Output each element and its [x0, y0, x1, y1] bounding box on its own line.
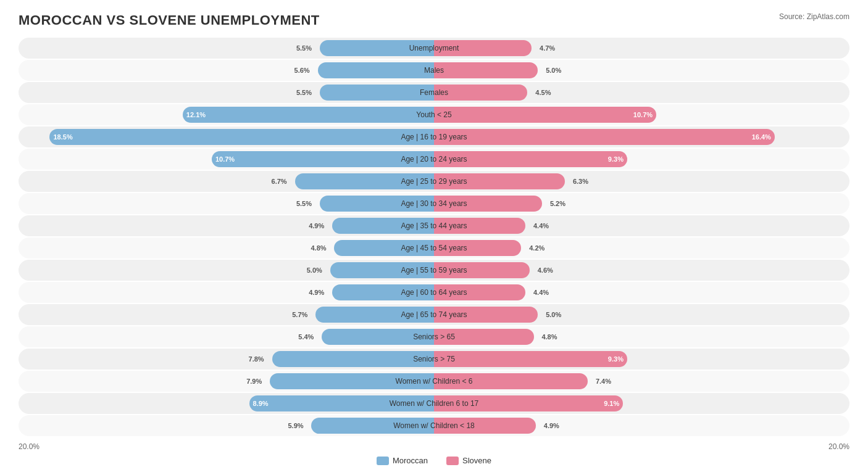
legend-slovene: Slovene — [446, 456, 491, 465]
bar-row: 12.1%10.7%Youth < 25 — [19, 104, 849, 125]
slovene-value: 10.7% — [633, 111, 653, 118]
slovene-value: 4.9% — [544, 422, 559, 429]
slovene-bar: 4.6% — [434, 262, 530, 278]
slovene-bar: 9.3% — [434, 151, 627, 167]
slovene-value: 5.0% — [546, 311, 561, 318]
chart-title: MOROCCAN VS SLOVENE UNEMPLOYMENT — [19, 12, 320, 28]
slovene-bar: 9.3% — [434, 351, 627, 367]
bar-row: 4.9%4.4%Age | 35 to 44 years — [19, 215, 849, 236]
moroccan-bar: 4.9% — [332, 218, 434, 234]
slovene-bar: 4.5% — [434, 85, 527, 101]
moroccan-bar: 5.5% — [320, 40, 434, 56]
moroccan-value: 7.8% — [249, 355, 264, 363]
slovene-bar: 4.7% — [434, 40, 532, 56]
bar-row: 18.5%16.4%Age | 16 to 19 years — [19, 126, 849, 147]
moroccan-value: 12.1% — [186, 111, 206, 118]
moroccan-bar: 5.7% — [315, 307, 434, 323]
slovene-legend-label: Slovene — [462, 456, 491, 465]
slovene-value: 4.6% — [538, 267, 553, 274]
slovene-value: 9.3% — [608, 355, 624, 363]
moroccan-bar: 10.7% — [212, 151, 434, 167]
slovene-value: 5.0% — [546, 67, 561, 74]
moroccan-bar: 5.4% — [322, 329, 434, 345]
moroccan-value: 4.9% — [309, 289, 324, 296]
bar-row: 5.5%5.2%Age | 30 to 34 years — [19, 193, 849, 214]
moroccan-bar: 5.9% — [311, 418, 434, 434]
slovene-value: 7.4% — [596, 378, 611, 385]
moroccan-value: 18.5% — [53, 133, 72, 141]
slovene-value: 4.4% — [533, 289, 549, 296]
chart-container: MOROCCAN VS SLOVENE UNEMPLOYMENT Source:… — [0, 0, 868, 467]
moroccan-value: 5.5% — [296, 89, 312, 96]
moroccan-value: 5.5% — [296, 44, 312, 52]
slovene-value: 9.1% — [604, 400, 619, 407]
slovene-bar: 5.2% — [434, 196, 542, 212]
chart-source: Source: ZipAtlas.com — [779, 12, 849, 21]
moroccan-bar: 5.5% — [320, 196, 434, 212]
moroccan-bar: 12.1% — [183, 107, 434, 123]
slovene-value: 4.4% — [533, 222, 549, 229]
bar-row: 5.7%5.0%Age | 65 to 74 years — [19, 304, 849, 325]
moroccan-bar: 8.9% — [249, 395, 434, 411]
moroccan-value: 5.0% — [307, 267, 322, 274]
chart-header: MOROCCAN VS SLOVENE UNEMPLOYMENT Source:… — [19, 12, 849, 28]
slovene-bar: 4.8% — [434, 329, 534, 345]
moroccan-bar: 5.6% — [318, 62, 434, 78]
moroccan-value: 5.6% — [294, 67, 310, 74]
moroccan-value: 8.9% — [253, 400, 269, 407]
slovene-bar: 5.0% — [434, 62, 538, 78]
bar-row: 4.8%4.2%Age | 45 to 54 years — [19, 238, 849, 258]
moroccan-bar: 6.7% — [295, 173, 434, 189]
moroccan-bar: 7.9% — [270, 373, 434, 389]
legend: Moroccan Slovene — [19, 456, 849, 465]
bar-row: 4.9%4.4%Age | 60 to 64 years — [19, 282, 849, 303]
bar-row: 5.9%4.9%Women w/ Children < 18 — [19, 415, 849, 436]
slovene-bar: 4.4% — [434, 218, 525, 234]
slovene-value: 4.8% — [541, 333, 557, 341]
bar-row: 7.8%9.3%Seniors > 75 — [19, 349, 849, 370]
slovene-value: 5.2% — [550, 200, 565, 207]
bar-row: 5.0%4.6%Age | 55 to 59 years — [19, 260, 849, 281]
slovene-value: 9.3% — [608, 155, 624, 163]
slovene-bar: 10.7% — [434, 107, 656, 123]
slovene-bar: 4.2% — [434, 240, 521, 256]
slovene-value: 4.5% — [535, 89, 551, 96]
slovene-bar: 16.4% — [434, 129, 775, 145]
moroccan-bar: 4.9% — [332, 284, 434, 300]
moroccan-bar: 7.8% — [272, 351, 434, 367]
moroccan-value: 5.5% — [296, 200, 312, 207]
moroccan-legend-label: Moroccan — [393, 456, 428, 465]
moroccan-bar: 18.5% — [49, 129, 434, 145]
bar-row: 5.5%4.5%Females — [19, 82, 849, 103]
slovene-value: 4.7% — [540, 44, 555, 52]
bar-row: 8.9%9.1%Women w/ Children 6 to 17 — [19, 393, 849, 414]
chart-body: 5.5%4.7%Unemployment5.6%5.0%Males5.5%4.5… — [19, 38, 849, 436]
moroccan-value: 4.9% — [309, 222, 324, 229]
bar-row: 10.7%9.3%Age | 20 to 24 years — [19, 149, 849, 170]
slovene-bar: 7.4% — [434, 373, 588, 389]
slovene-value: 6.3% — [573, 178, 588, 185]
bar-row: 5.5%4.7%Unemployment — [19, 38, 849, 59]
bar-row: 6.7%6.3%Age | 25 to 29 years — [19, 171, 849, 192]
slovene-bar: 5.0% — [434, 307, 538, 323]
slovene-bar: 4.4% — [434, 284, 525, 300]
moroccan-color-swatch — [377, 457, 389, 465]
bar-row: 7.9%7.4%Women w/ Children < 6 — [19, 371, 849, 392]
moroccan-value: 6.7% — [272, 178, 287, 185]
axis-left: 20.0% — [19, 442, 40, 451]
moroccan-bar: 4.8% — [334, 240, 434, 256]
moroccan-value: 10.7% — [215, 155, 235, 163]
bar-row: 5.6%5.0%Males — [19, 60, 849, 81]
moroccan-value: 7.9% — [246, 378, 262, 385]
slovene-bar: 6.3% — [434, 173, 565, 189]
moroccan-value: 4.8% — [311, 244, 326, 252]
moroccan-value: 5.4% — [298, 333, 314, 341]
legend-moroccan: Moroccan — [377, 456, 428, 465]
moroccan-bar: 5.0% — [330, 262, 434, 278]
slovene-color-swatch — [446, 457, 459, 465]
axis-right: 20.0% — [828, 442, 849, 451]
slovene-bar: 4.9% — [434, 418, 536, 434]
moroccan-bar: 5.5% — [320, 85, 434, 101]
axis-row: 20.0% 20.0% — [19, 442, 849, 451]
moroccan-value: 5.9% — [288, 422, 303, 429]
